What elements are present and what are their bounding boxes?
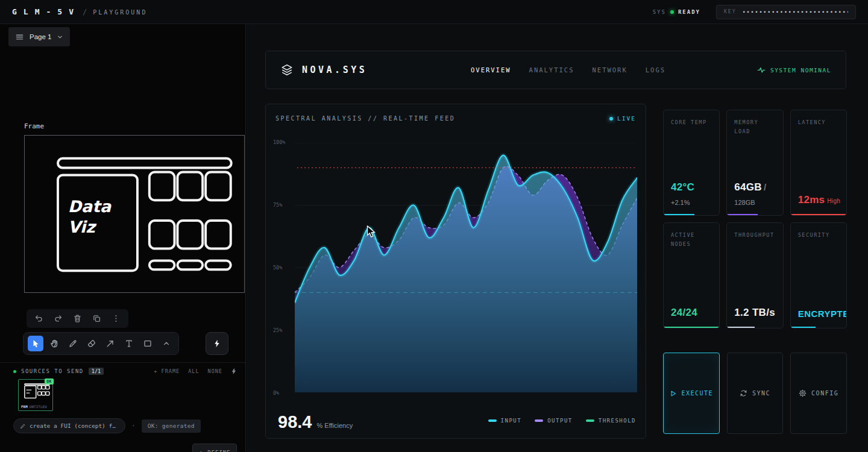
config-label: CONFIG (811, 390, 838, 397)
activity-icon (757, 66, 766, 74)
rectangle-tool-button[interactable] (140, 336, 156, 351)
y-tick: 25% (273, 327, 285, 333)
sync-button[interactable]: SYNC (727, 353, 784, 434)
legend-swatch-output (535, 419, 543, 422)
stat-value: 24/24 (671, 307, 697, 318)
sketch-title-line1: Data (68, 197, 112, 216)
y-axis-ticks: 100% 75% 50% 25% 0% (273, 139, 285, 396)
stat-accent-bar (664, 327, 719, 328)
text-tool-button[interactable] (121, 336, 137, 351)
eraser-tool-button[interactable] (84, 336, 99, 351)
tab-network[interactable]: NETWORK (592, 66, 627, 74)
add-frame-button[interactable]: + FRAME (154, 368, 180, 374)
legend-swatch-input (488, 419, 497, 422)
page-selector-label: Page 1 (30, 33, 51, 40)
select-none-button[interactable]: NONE (208, 368, 222, 374)
api-key-field[interactable]: KEY •••••••••••••••••••••••••• (716, 5, 856, 19)
dashboard-header: NOVA.SYS OVERVIEW ANALYTICS NETWORK LOGS… (265, 51, 846, 89)
sys-label: SYS (653, 9, 666, 15)
y-tick: 0% (273, 390, 285, 396)
duplicate-button[interactable] (92, 314, 101, 323)
sources-label: SOURCES TO SEND (21, 368, 84, 374)
hand-tool-button[interactable] (46, 336, 62, 351)
stat-card-latency: LATENCY 12msHigh (790, 110, 847, 216)
breadcrumb-separator: / (83, 8, 87, 16)
ai-generate-button[interactable] (206, 332, 228, 355)
actions-row: EXECUTE SYNC CONFIG (663, 353, 847, 434)
thumbnail-name: UNTITLED (30, 404, 47, 409)
legend-swatch-threshold (586, 419, 594, 422)
stat-label: LATENCY (798, 118, 838, 127)
delete-button[interactable] (73, 314, 82, 323)
stat-value-suffix: / (764, 182, 766, 192)
canvas-frame[interactable]: Data Viz (24, 135, 245, 293)
stat-value: 1.2 TB/s (734, 307, 775, 318)
tab-analytics[interactable]: ANALYTICS (529, 66, 574, 74)
wireframe-sketch: Data Viz (25, 136, 244, 292)
tab-overview[interactable]: OVERVIEW (471, 66, 511, 74)
execute-label: EXECUTE (682, 390, 714, 397)
select-tool-button[interactable] (28, 336, 43, 351)
prompt-pill[interactable] (13, 418, 125, 433)
select-all-button[interactable]: ALL (188, 368, 199, 374)
thumbnail-prefix: FRM (21, 404, 28, 409)
key-label: KEY (724, 9, 736, 14)
redo-button[interactable] (54, 314, 63, 323)
prompt-bar: · OK: generated (13, 418, 201, 433)
screen: GLM-5V / PLAYGROUND SYS READY KEY ••••••… (0, 0, 868, 452)
arrow-tool-button[interactable] (102, 336, 118, 351)
chart-title: SPECTRAL ANALYSIS // REAL-TIME FEED (275, 115, 455, 122)
stat-label: ACTIVE NODES (671, 231, 711, 249)
thumbnail-ok-badge: OK (45, 378, 54, 385)
spectral-chart-card: SPECTRAL ANALYSIS // REAL-TIME FEED LIVE… (265, 104, 646, 439)
sys-ready-label: READY (678, 9, 700, 15)
live-indicator: LIVE (609, 115, 636, 122)
more-button[interactable] (112, 314, 121, 323)
sources-bar: SOURCES TO SEND 1/1 + FRAME ALL NONE (13, 368, 237, 375)
config-button[interactable]: CONFIG (790, 353, 847, 434)
stat-value: 42°C (671, 181, 694, 193)
history-toolbar (27, 309, 128, 328)
prompt-pencil-icon (20, 423, 26, 429)
stat-card-throughput: THROUGHPUT 1.2 TB/s (726, 222, 783, 328)
prompt-input[interactable] (30, 422, 119, 429)
mini-lightning-icon[interactable] (231, 368, 237, 374)
play-icon (670, 390, 677, 397)
system-nominal-status: SYSTEM NOMINAL (757, 66, 831, 74)
collapse-toolbar-button[interactable] (159, 336, 174, 351)
live-label: LIVE (617, 115, 636, 122)
stat-sub: +2.1% (671, 199, 694, 206)
stat-card-core-temp: CORE TEMP 42°C +2.1% (663, 110, 720, 216)
stat-sub: 128GB (734, 199, 766, 206)
panel-divider (0, 362, 245, 363)
key-masked-value: •••••••••••••••••••••••••• (742, 9, 848, 15)
status-dot-icon (670, 10, 674, 14)
stat-accent-bar (664, 214, 694, 215)
dashboard-nav: OVERVIEW ANALYTICS NETWORK LOGS (471, 66, 665, 74)
page-selector[interactable]: Page 1 (8, 27, 70, 46)
stat-accent-bar (791, 327, 816, 328)
sketch-title-line2: Viz (68, 218, 96, 236)
legend-label: OUTPUT (547, 418, 573, 424)
stat-label: MEMORY LOAD (734, 118, 774, 136)
stat-value-suffix: High (827, 198, 840, 204)
stats-grid: CORE TEMP 42°C +2.1% MEMORY LOAD 64GB/ 1… (663, 110, 847, 328)
stat-value: 12ms (798, 194, 825, 206)
refine-button[interactable]: REFINE (192, 444, 237, 452)
frame-thumbnail[interactable]: FRM UNTITLED OK (18, 379, 53, 411)
sources-dot-icon (13, 370, 16, 373)
undo-button[interactable] (34, 314, 43, 323)
legend-label: INPUT (501, 418, 522, 424)
execute-button[interactable]: EXECUTE (663, 353, 720, 434)
y-tick: 75% (273, 202, 285, 208)
stat-card-security: SECURITY ENCRYPTED (790, 222, 847, 328)
lightning-icon (212, 339, 222, 348)
pencil-tool-button[interactable] (65, 336, 81, 351)
stat-accent-bar (791, 214, 846, 215)
sync-icon (740, 389, 747, 397)
gear-icon (799, 389, 807, 397)
canvas-panel: Page 1 Frame (0, 24, 246, 452)
prompt-separator: · (131, 422, 136, 430)
tab-logs[interactable]: LOGS (646, 66, 665, 74)
legend-label: THRESHOLD (599, 418, 636, 424)
